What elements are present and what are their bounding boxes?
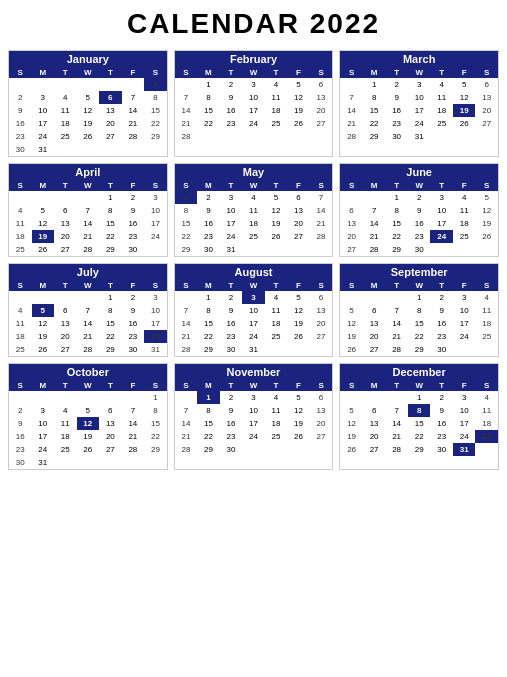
day-header-S-0: S <box>175 180 198 191</box>
day-header-T-2: T <box>220 180 243 191</box>
trailing-empty <box>144 456 167 469</box>
day-cell-18: 18 <box>265 317 288 330</box>
day-cell-29: 29 <box>408 343 431 356</box>
day-cell-29: 29 <box>175 243 198 256</box>
empty-cell <box>340 191 363 204</box>
trailing-empty <box>310 443 333 456</box>
day-header-S-6: S <box>310 67 333 78</box>
trailing-empty <box>453 343 476 356</box>
day-cell-8: 8 <box>175 204 198 217</box>
day-cell-15: 15 <box>363 104 386 117</box>
day-cell-20: 20 <box>310 317 333 330</box>
month-block-january: JanuarySMTWTFS12345678910111213141516171… <box>8 50 168 157</box>
day-cell-2: 2 <box>430 391 453 404</box>
day-cell-9: 9 <box>197 204 220 217</box>
day-cell-21: 21 <box>385 330 408 343</box>
day-cell-7: 7 <box>77 304 100 317</box>
day-cell-5: 5 <box>340 404 363 417</box>
day-header-W-3: W <box>242 180 265 191</box>
day-cell-11: 11 <box>265 304 288 317</box>
day-cell-4: 4 <box>54 91 77 104</box>
day-cell-15: 15 <box>197 317 220 330</box>
empty-cell <box>32 78 55 91</box>
day-cell-13: 13 <box>310 404 333 417</box>
day-cell-30: 30 <box>430 343 453 356</box>
day-header-M-1: M <box>32 180 55 191</box>
day-cell-15: 15 <box>197 417 220 430</box>
day-cell-31: 31 <box>242 343 265 356</box>
day-cell-15: 15 <box>408 417 431 430</box>
day-header-T-4: T <box>265 380 288 391</box>
day-header-W-3: W <box>242 67 265 78</box>
day-cell-13: 13 <box>99 104 122 117</box>
day-cell-5: 5 <box>287 391 310 404</box>
day-cell-17: 17 <box>144 217 167 230</box>
day-cell-12: 12 <box>77 104 100 117</box>
day-header-T-2: T <box>220 280 243 291</box>
day-cell-10: 10 <box>453 304 476 317</box>
month-block-march: MarchSMTWTFS1234567891011121314151617181… <box>339 50 499 157</box>
day-cell-20: 20 <box>340 230 363 243</box>
day-cell-21: 21 <box>385 430 408 443</box>
day-cell-20: 20 <box>310 104 333 117</box>
day-cell-27: 27 <box>475 117 498 130</box>
day-header-S-0: S <box>9 180 32 191</box>
empty-cell <box>77 291 100 304</box>
day-header-S-6: S <box>144 280 167 291</box>
empty-cell <box>122 391 145 404</box>
empty-cell <box>385 291 408 304</box>
day-cell-12: 12 <box>453 91 476 104</box>
day-cell-28: 28 <box>310 230 333 243</box>
day-cell-1: 1 <box>197 291 220 304</box>
day-cell-23: 23 <box>197 230 220 243</box>
day-header-W-3: W <box>242 280 265 291</box>
day-cell-22: 22 <box>408 430 431 443</box>
empty-cell <box>77 78 100 91</box>
day-cell-17: 17 <box>453 417 476 430</box>
day-cell-4: 4 <box>242 191 265 204</box>
day-header-T-2: T <box>220 67 243 78</box>
trailing-empty <box>265 130 288 143</box>
day-cell-8: 8 <box>197 91 220 104</box>
day-cell-23: 23 <box>122 230 145 243</box>
day-cell-29: 29 <box>197 443 220 456</box>
day-cell-8: 8 <box>99 204 122 217</box>
day-cell-23: 23 <box>220 117 243 130</box>
day-cell-22: 22 <box>99 230 122 243</box>
day-cell-24: 24 <box>430 230 453 243</box>
day-cell-1: 1 <box>197 391 220 404</box>
day-cell-12: 12 <box>475 204 498 217</box>
day-header-T-2: T <box>220 380 243 391</box>
day-header-W-3: W <box>77 380 100 391</box>
day-cell-28: 28 <box>175 130 198 143</box>
day-cell-19: 19 <box>77 430 100 443</box>
day-cell-14: 14 <box>77 217 100 230</box>
day-cell-14: 14 <box>77 317 100 330</box>
day-cell-6: 6 <box>99 91 122 104</box>
day-header-W-3: W <box>242 380 265 391</box>
day-cell-1: 1 <box>408 391 431 404</box>
day-cell-25: 25 <box>242 230 265 243</box>
day-cell-12: 12 <box>32 217 55 230</box>
day-cell-18: 18 <box>54 430 77 443</box>
day-cell-29: 29 <box>99 243 122 256</box>
trailing-empty <box>144 143 167 156</box>
day-header-S-0: S <box>340 280 363 291</box>
day-cell-27: 27 <box>310 117 333 130</box>
trailing-empty <box>77 456 100 469</box>
day-cell-24: 24 <box>408 117 431 130</box>
day-header-T-2: T <box>54 280 77 291</box>
day-header-F-5: F <box>287 380 310 391</box>
empty-cell <box>175 291 198 304</box>
day-cell-18: 18 <box>475 317 498 330</box>
day-cell-25: 25 <box>475 330 498 343</box>
day-cell-20: 20 <box>99 430 122 443</box>
day-cell-31: 31 <box>32 456 55 469</box>
day-cell-10: 10 <box>430 204 453 217</box>
day-header-S-6: S <box>144 380 167 391</box>
day-cell-2: 2 <box>220 391 243 404</box>
day-header-S-0: S <box>9 67 32 78</box>
trailing-empty <box>430 243 453 256</box>
day-cell-25: 25 <box>265 430 288 443</box>
day-header-F-5: F <box>287 67 310 78</box>
